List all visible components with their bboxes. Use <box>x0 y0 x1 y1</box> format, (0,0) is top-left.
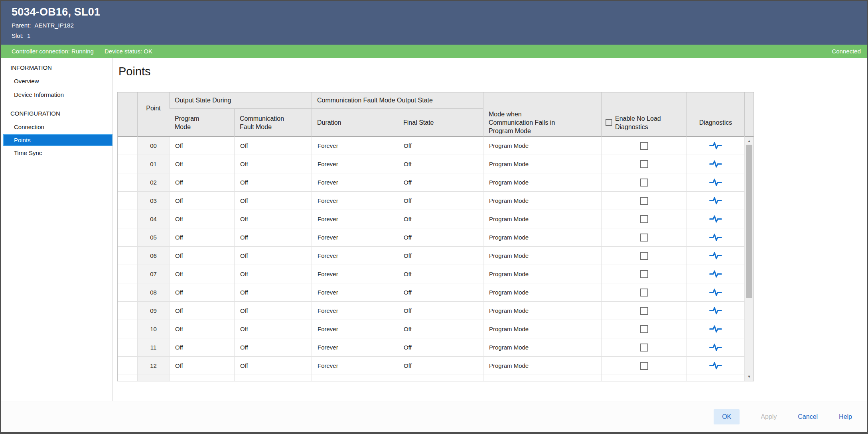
sidebar-item-time-sync[interactable]: Time Sync <box>1 146 112 160</box>
final-state-cell[interactable]: Off <box>398 283 483 301</box>
comm-fault-mode-cell[interactable]: Off <box>235 173 312 191</box>
mode-when-cell[interactable]: Program Mode <box>483 192 602 210</box>
diagnostics-pulse-icon[interactable] <box>709 288 722 297</box>
point-cell[interactable]: 02 <box>138 173 170 191</box>
mode-when-cell[interactable]: Program Mode <box>483 228 602 246</box>
no-load-checkbox[interactable] <box>640 325 648 333</box>
duration-cell[interactable]: Forever <box>312 302 398 320</box>
duration-cell[interactable]: Forever <box>312 247 398 265</box>
final-state-cell[interactable]: Off <box>398 320 483 338</box>
diagnostics-pulse-icon[interactable] <box>709 361 722 370</box>
scrollbar-thumb[interactable] <box>746 145 752 298</box>
duration-cell[interactable]: Forever <box>312 173 398 191</box>
comm-fault-mode-cell[interactable]: Off <box>235 283 312 301</box>
program-mode-cell[interactable]: Off <box>170 357 235 375</box>
scrollbar-up-arrow-icon[interactable]: ▲ <box>745 138 754 144</box>
apply-button[interactable]: Apply <box>761 413 777 420</box>
point-cell[interactable]: 11 <box>138 338 170 356</box>
row-selector-cell[interactable] <box>118 283 138 301</box>
sidebar-item-points[interactable]: Points <box>3 134 112 146</box>
final-state-cell[interactable]: Off <box>398 302 483 320</box>
row-selector-cell[interactable] <box>118 357 138 375</box>
final-state-cell[interactable]: Off <box>398 210 483 228</box>
point-cell[interactable]: 04 <box>138 210 170 228</box>
diagnostics-pulse-icon[interactable] <box>709 251 722 260</box>
diagnostics-pulse-icon[interactable] <box>709 159 722 169</box>
point-cell[interactable]: 05 <box>138 228 170 246</box>
no-load-checkbox[interactable] <box>640 234 648 242</box>
duration-cell[interactable]: Forever <box>312 137 398 155</box>
diagnostics-pulse-icon[interactable] <box>709 269 722 279</box>
diagnostics-pulse-icon[interactable] <box>709 196 722 205</box>
mode-when-cell[interactable]: Program Mode <box>483 302 602 320</box>
no-load-checkbox[interactable] <box>640 215 648 223</box>
mode-when-cell[interactable]: Program Mode <box>483 155 602 173</box>
row-selector-cell[interactable] <box>118 320 138 338</box>
help-button[interactable]: Help <box>839 413 852 420</box>
no-load-checkbox[interactable] <box>640 160 648 168</box>
comm-fault-mode-cell[interactable]: Off <box>235 357 312 375</box>
final-state-cell[interactable]: Off <box>398 357 483 375</box>
comm-fault-mode-cell[interactable]: Off <box>235 338 312 356</box>
final-state-cell[interactable]: Off <box>398 265 483 283</box>
diagnostics-pulse-icon[interactable] <box>709 343 722 352</box>
program-mode-cell[interactable]: Off <box>170 338 235 356</box>
point-cell[interactable]: 06 <box>138 247 170 265</box>
program-mode-cell[interactable]: Off <box>170 283 235 301</box>
mode-when-cell[interactable]: Program Mode <box>483 173 602 191</box>
program-mode-cell[interactable]: Off <box>170 155 235 173</box>
row-selector-cell[interactable] <box>118 173 138 191</box>
program-mode-cell[interactable]: Off <box>170 210 235 228</box>
scrollbar-down-arrow-icon[interactable]: ▼ <box>745 373 754 380</box>
point-cell[interactable]: 01 <box>138 155 170 173</box>
no-load-checkbox[interactable] <box>640 270 648 278</box>
final-state-cell[interactable]: Off <box>398 247 483 265</box>
program-mode-cell[interactable]: Off <box>170 192 235 210</box>
diagnostics-pulse-icon[interactable] <box>709 233 722 242</box>
no-load-checkbox[interactable] <box>640 289 648 297</box>
row-selector-cell[interactable] <box>118 338 138 356</box>
mode-when-cell[interactable]: Program Mode <box>483 320 602 338</box>
mode-when-cell[interactable]: Program Mode <box>483 357 602 375</box>
final-state-cell[interactable] <box>398 375 483 381</box>
sidebar-item-connection[interactable]: Connection <box>1 120 112 134</box>
row-selector-cell[interactable] <box>118 247 138 265</box>
duration-cell[interactable]: Forever <box>312 210 398 228</box>
no-load-checkbox[interactable] <box>640 344 648 352</box>
final-state-cell[interactable]: Off <box>398 228 483 246</box>
diagnostics-pulse-icon[interactable] <box>709 306 722 315</box>
row-selector-cell[interactable] <box>118 302 138 320</box>
mode-when-cell[interactable]: Program Mode <box>483 283 602 301</box>
final-state-cell[interactable]: Off <box>398 338 483 356</box>
program-mode-cell[interactable]: Off <box>170 265 235 283</box>
point-cell[interactable]: 00 <box>138 137 170 155</box>
comm-fault-mode-cell[interactable]: Off <box>235 155 312 173</box>
program-mode-cell[interactable] <box>170 375 235 381</box>
program-mode-cell[interactable]: Off <box>170 228 235 246</box>
comm-fault-mode-cell[interactable] <box>235 375 312 381</box>
comm-fault-mode-cell[interactable]: Off <box>235 137 312 155</box>
program-mode-cell[interactable]: Off <box>170 302 235 320</box>
row-selector-cell[interactable] <box>118 265 138 283</box>
row-selector-cell[interactable] <box>118 375 138 381</box>
duration-cell[interactable] <box>312 375 398 381</box>
row-selector-cell[interactable] <box>118 137 138 155</box>
diagnostics-pulse-icon[interactable] <box>709 324 722 334</box>
no-load-checkbox[interactable] <box>640 252 648 260</box>
program-mode-cell[interactable]: Off <box>170 137 235 155</box>
duration-cell[interactable]: Forever <box>312 155 398 173</box>
duration-cell[interactable]: Forever <box>312 357 398 375</box>
duration-cell[interactable]: Forever <box>312 192 398 210</box>
diagnostics-pulse-icon[interactable] <box>709 214 722 224</box>
ok-button[interactable]: OK <box>714 409 740 424</box>
comm-fault-mode-cell[interactable]: Off <box>235 210 312 228</box>
comm-fault-mode-cell[interactable]: Off <box>235 320 312 338</box>
point-cell[interactable] <box>138 375 170 381</box>
duration-cell[interactable]: Forever <box>312 283 398 301</box>
mode-when-cell[interactable] <box>483 375 602 381</box>
duration-cell[interactable]: Forever <box>312 320 398 338</box>
mode-when-cell[interactable]: Program Mode <box>483 265 602 283</box>
diagnostics-pulse-icon[interactable] <box>709 178 722 187</box>
row-selector-cell[interactable] <box>118 155 138 173</box>
comm-fault-mode-cell[interactable]: Off <box>235 265 312 283</box>
